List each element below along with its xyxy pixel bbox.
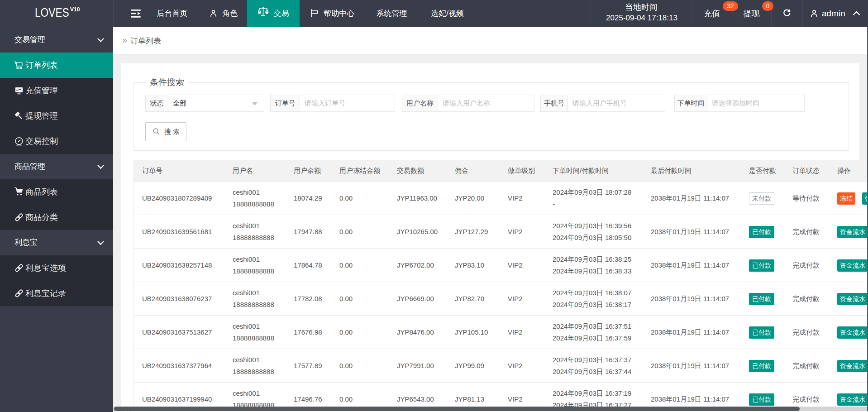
status-select[interactable]: 全部: [168, 95, 264, 112]
sidebar-group-label: 交易管理: [14, 35, 45, 44]
select-caret-icon: [252, 102, 258, 105]
cell-last-pay: 2038年01月19日 11:14:07: [651, 349, 729, 383]
sidebar-group-title[interactable]: 利息宝: [0, 230, 113, 255]
cell-order-status: 等待付款: [792, 182, 820, 215]
cell-amount: JYP10265.00: [397, 215, 438, 249]
phone-line: 18888888888: [233, 232, 274, 244]
topnav-item[interactable]: 角色: [200, 0, 247, 27]
username-line: ceshi001: [233, 354, 260, 366]
collapse-menu-icon[interactable]: [131, 10, 141, 18]
action-button[interactable]: 资金流水: [837, 360, 868, 372]
order-time-label: 下单时间: [674, 95, 707, 112]
action-button[interactable]: 冻结: [837, 192, 855, 205]
cell-frozen: 0.00: [339, 316, 353, 349]
flag-icon: [310, 2, 319, 29]
cell-order-status: 完成付款: [792, 282, 820, 316]
table-row: UB2409031807289409 ceshi001 18888888888 …: [134, 182, 868, 215]
cell-commission: JYP127.29: [455, 215, 488, 249]
phone-input[interactable]: 请输入用户手机号: [568, 95, 665, 112]
sidebar-item[interactable]: 充值管理: [0, 78, 113, 103]
cell-last-pay: 2038年01月19日 11:14:07: [651, 282, 729, 316]
sidebar-item-label: 利息宝选项: [25, 263, 66, 273]
order-time-line: 2024年09月03日 16:39:56: [553, 220, 631, 232]
topnav-item-label: 选妃/视频: [431, 9, 464, 18]
cell-commission: JYP99.09: [455, 349, 484, 383]
sidebar-item[interactable]: 利息宝记录: [0, 281, 113, 306]
cell-amount: JYP8476.00: [397, 316, 434, 349]
sidebar-group-title[interactable]: 交易管理: [0, 27, 113, 53]
sidebar-item[interactable]: 交易控制: [0, 129, 113, 154]
status-label: 状态: [145, 95, 168, 112]
phone-line: 18888888888: [233, 299, 274, 311]
pay-time-line: 2024年09月03日 16:37:44: [553, 366, 631, 378]
pay-time-line: 2024年09月03日 16:37:59: [553, 332, 631, 344]
col-actions: 操作: [837, 160, 851, 182]
person-icon: [209, 2, 218, 29]
cell-order-no: UB2409031807289409: [142, 182, 212, 215]
order-no-input[interactable]: 请输入订单号: [300, 95, 395, 112]
phone-line: 18888888888: [233, 198, 274, 210]
order-time-line: 2024年09月03日 16:37:37: [553, 354, 631, 366]
user-menu[interactable]: admin: [802, 0, 868, 27]
table-body: UB2409031807289409 ceshi001 18888888888 …: [134, 182, 868, 412]
sidebar-item[interactable]: 利息宝选项: [0, 255, 113, 281]
order-time-line: 2024年09月03日 16:37:19: [553, 388, 631, 399]
sidebar-item[interactable]: 商品列表: [0, 179, 113, 205]
topnav-item[interactable]: 后台首页: [145, 0, 200, 27]
cell-level: VIP2: [508, 282, 523, 316]
action-button[interactable]: 资金流水: [837, 393, 868, 406]
phone-line: 18888888888: [233, 366, 274, 378]
cell-commission: JYP105.10: [455, 316, 488, 349]
username-line: ceshi001: [233, 254, 260, 265]
sidebar-group-title[interactable]: 商品管理: [0, 154, 113, 179]
col-order-time: 下单时间/付款时间: [553, 160, 609, 182]
phone-line: 18888888888: [233, 265, 274, 277]
cell-order-status: 完成付款: [792, 349, 820, 383]
sidebar-item[interactable]: 提现管理: [0, 103, 113, 129]
table-row: UB2409031639561681 ceshi001 18888888888 …: [134, 215, 868, 249]
action-button[interactable]: 资金流水: [837, 259, 868, 272]
sidebar-group-children: 订单列表: [0, 53, 113, 154]
topnav-item[interactable]: 选妃/视频: [419, 0, 476, 27]
pay-status-badge: 已付款: [749, 393, 774, 406]
col-last-pay: 最后付款时间: [651, 160, 692, 182]
local-time-label: 当地时间: [602, 2, 681, 13]
cell-amount: JYP6669.00: [397, 282, 434, 316]
topnav-item[interactable]: 帮助中心: [300, 0, 365, 27]
col-level: 做单级别: [508, 160, 535, 182]
recharge-label: 充值: [704, 9, 720, 18]
username-input[interactable]: 请输入用户名称: [438, 95, 534, 112]
search-button[interactable]: 搜 索: [145, 122, 186, 141]
user-icon: [810, 2, 819, 29]
col-commission: 佣金: [455, 160, 468, 182]
cell-balance: 17947.88: [294, 215, 322, 249]
search-fieldset: [134, 82, 849, 151]
chevron-down-icon: [97, 37, 105, 43]
table-row: UB2409031637377964 ceshi001 18888888888 …: [134, 349, 868, 383]
table-row: UB2409031638257148 ceshi001 18888888888 …: [134, 249, 868, 282]
refresh-button[interactable]: [771, 0, 802, 27]
cell-last-pay: 2038年01月19日 11:14:07: [651, 182, 729, 215]
cell-amount: JYP6702.00: [397, 249, 434, 282]
order-time-line: 2024年09月03日 16:38:07: [553, 287, 631, 299]
sidebar-section: 利息宝: [0, 230, 113, 306]
col-pay-status: 是否付款: [749, 160, 776, 182]
divider: [591, 0, 591, 27]
action-button[interactable]: 资金流水: [837, 226, 868, 238]
horizontal-scrollbar-thumb[interactable]: [114, 407, 800, 411]
link-icon: [14, 263, 24, 273]
cell-level: VIP2: [508, 249, 523, 282]
username-line: ceshi001: [233, 388, 260, 399]
topnav-item[interactable]: 系统管理: [365, 0, 419, 27]
sidebar-item[interactable]: 商品分类: [0, 205, 113, 230]
order-no-label: 订单号: [270, 95, 300, 112]
sidebar-item[interactable]: 订单列表: [0, 53, 113, 78]
action-button[interactable]: 资金流水: [837, 293, 868, 305]
topnav-item[interactable]: 交易: [247, 0, 300, 27]
cell-order-no: UB2409031639561681: [142, 215, 212, 249]
logo[interactable]: LOVES V10: [0, 0, 113, 27]
order-time-input[interactable]: 请选择添加时间: [707, 95, 805, 112]
cell-order-no: UB2409031638076237: [142, 282, 212, 316]
action-button[interactable]: 资金流水: [837, 326, 868, 339]
withdraw-badge: 0: [762, 1, 773, 11]
